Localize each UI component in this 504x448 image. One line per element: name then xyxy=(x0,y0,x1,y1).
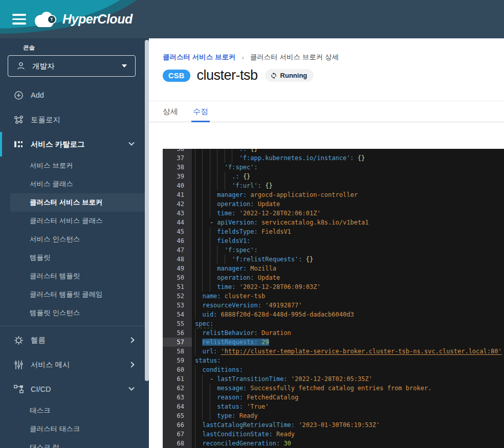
main-scrollbar-thumb[interactable] xyxy=(145,40,149,381)
sidebar-item-service-mesh[interactable]: 서비스 메시 xyxy=(0,352,149,377)
sidebar-subitem[interactable]: 클러스터 서비스 브로커 xyxy=(10,193,145,212)
sidebar-subitem[interactable]: 클러스터 태스크 xyxy=(0,420,149,438)
sidebar-subitem[interactable]: 템플릿 인스턴스 xyxy=(0,304,149,322)
code-line[interactable]: 65type: Ready xyxy=(163,411,504,420)
code-line[interactable]: 38'f:spec': xyxy=(163,163,504,172)
line-number[interactable]: 38 xyxy=(163,163,192,172)
line-number[interactable]: 41 xyxy=(163,190,192,199)
brand-logo[interactable]: T HyperCloud xyxy=(34,10,133,28)
code-line[interactable]: 39.: {} xyxy=(163,172,504,181)
sidebar-item-helm[interactable]: 헬름 xyxy=(0,328,149,352)
line-number[interactable]: 53 xyxy=(163,301,192,310)
line-number[interactable]: 48 xyxy=(163,255,192,264)
breadcrumb-parent-link[interactable]: 클러스터 서비스 브로커 xyxy=(163,53,236,62)
line-number[interactable]: 68 xyxy=(163,439,192,448)
page-title: cluster-tsb xyxy=(197,68,258,83)
line-number[interactable]: 46 xyxy=(163,236,192,245)
title-row: CSB cluster-tsb Running xyxy=(163,68,314,83)
code-line[interactable]: 43time: '2022-12-28T02:06:01Z' xyxy=(163,209,504,218)
code-line[interactable]: 56relistBehavior: Duration xyxy=(163,328,504,338)
code-line[interactable]: 46fieldsV1: xyxy=(163,236,504,245)
code-line[interactable]: 37'f:app.kubernetes.io/instance': {} xyxy=(163,153,504,163)
line-number[interactable]: 65 xyxy=(163,411,192,420)
user-icon xyxy=(16,61,26,71)
sidebar-subitem[interactable]: 클러스터 템플릿 클레임 xyxy=(0,285,149,304)
code-line[interactable]: 54uid: 6888f20d-628d-448d-995d-dadacb604… xyxy=(163,310,504,319)
hamburger-menu-icon[interactable] xyxy=(12,14,26,25)
code-line[interactable]: 61- lastTransitionTime: '2022-12-28T02:0… xyxy=(163,374,504,384)
code-line[interactable]: 64status: 'True' xyxy=(163,402,504,411)
perspective-dropdown[interactable]: 개발자 xyxy=(8,55,136,77)
line-number[interactable]: 60 xyxy=(163,365,192,374)
line-number[interactable]: 36 xyxy=(163,149,192,153)
line-number[interactable]: 59 xyxy=(163,356,192,365)
code-line[interactable]: 50operation: Update xyxy=(163,273,504,282)
line-number[interactable]: 52 xyxy=(163,292,192,301)
line-number[interactable]: 57 xyxy=(163,338,192,347)
line-number[interactable]: 63 xyxy=(163,393,192,402)
tab-edit[interactable]: 수정 xyxy=(193,101,208,122)
line-number[interactable]: 55 xyxy=(163,319,192,328)
sidebar-section-service-catalog[interactable]: 서비스 카탈로그 xyxy=(0,132,149,156)
tab-details[interactable]: 상세 xyxy=(163,101,178,122)
sidebar-subitem[interactable]: 서비스 클래스 xyxy=(0,175,149,193)
code-line[interactable]: 59status: xyxy=(163,356,504,365)
line-number[interactable]: 47 xyxy=(163,245,192,255)
code-line[interactable]: 68reconciledGeneration: 30 xyxy=(163,439,504,448)
tab-bar: 상세 수정 xyxy=(149,101,504,122)
line-number[interactable]: 40 xyxy=(163,181,192,190)
line-number[interactable]: 37 xyxy=(163,153,192,163)
line-number[interactable]: 61 xyxy=(163,374,192,384)
line-number[interactable]: 58 xyxy=(163,347,192,356)
sidebar-item-add[interactable]: Add xyxy=(0,83,149,107)
code-line[interactable]: 57relistRequests: 29 xyxy=(163,338,504,347)
code-line[interactable]: 60conditions: xyxy=(163,365,504,374)
sidebar-subitem[interactable]: 태스크 xyxy=(0,401,149,420)
code-line[interactable]: 66lastCatalogRetrievalTime: '2023-01-30T… xyxy=(163,420,504,430)
code-line[interactable]: 41manager: argocd-application-controller xyxy=(163,190,504,199)
line-number[interactable]: 45 xyxy=(163,227,192,236)
line-number[interactable]: 50 xyxy=(163,273,192,282)
sidebar-item-topology[interactable]: 토폴로지 xyxy=(0,107,149,132)
sidebar-subitem[interactable]: 서비스 인스턴스 xyxy=(0,230,149,249)
code-line[interactable]: 42operation: Update xyxy=(163,199,504,209)
line-number[interactable]: 42 xyxy=(163,199,192,209)
line-number[interactable]: 51 xyxy=(163,282,192,292)
line-number[interactable]: 62 xyxy=(163,384,192,393)
breadcrumb-separator-icon: › xyxy=(242,54,244,61)
line-number[interactable]: 49 xyxy=(163,264,192,273)
sidebar-subitem[interactable]: 태스크 런 xyxy=(0,438,149,448)
line-number[interactable]: 43 xyxy=(163,209,192,218)
line-number[interactable]: 39 xyxy=(163,172,192,181)
line-number[interactable]: 44 xyxy=(163,218,192,227)
code-line[interactable]: 40'f:url': {} xyxy=(163,181,504,190)
line-number[interactable]: 66 xyxy=(163,420,192,430)
yaml-editor[interactable]: 36.: {}37'f:app.kubernetes.io/instance':… xyxy=(163,149,504,448)
code-line[interactable]: 45fieldsType: FieldsV1 xyxy=(163,227,504,236)
main-content: 클러스터 서비스 브로커 › 클러스터 서비스 브로커 상세 CSB clust… xyxy=(149,38,504,448)
line-number[interactable]: 67 xyxy=(163,430,192,439)
sidebar-section-cicd[interactable]: CI/CD xyxy=(0,377,149,401)
code-line[interactable]: 44- apiVersion: servicecatalog.k8s.io/v1… xyxy=(163,218,504,227)
code-line[interactable]: 67lastConditionState: Ready xyxy=(163,430,504,439)
sidebar-subitem[interactable]: 클러스터 서비스 클래스 xyxy=(0,212,149,230)
sidebar-subitem[interactable]: 서비스 브로커 xyxy=(0,156,149,175)
code-line[interactable]: 53resourceVersion: '49192877' xyxy=(163,301,504,310)
code-line[interactable]: 63reason: FetchedCatalog xyxy=(163,393,504,402)
code-line[interactable]: 55spec: xyxy=(163,319,504,328)
line-number[interactable]: 64 xyxy=(163,402,192,411)
chevron-right-icon xyxy=(128,337,134,343)
sidebar-subitem[interactable]: 클러스터 템플릿 xyxy=(0,267,149,285)
sidebar-subitem[interactable]: 템플릿 xyxy=(0,249,149,267)
code-line[interactable]: 49manager: Mozilla xyxy=(163,264,504,273)
code-line[interactable]: 51time: '2022-12-28T06:09:03Z' xyxy=(163,282,504,292)
code-line[interactable]: 48'f:relistRequests': {} xyxy=(163,255,504,264)
code-line[interactable]: 58url: 'http://cluster-template-service-… xyxy=(163,347,504,356)
code-line[interactable]: 52name: cluster-tsb xyxy=(163,292,504,301)
code-line[interactable]: 62message: Successfully fetched catalog … xyxy=(163,384,504,393)
line-number[interactable]: 54 xyxy=(163,310,192,319)
line-number[interactable]: 56 xyxy=(163,328,192,338)
sidebar-item-label: CI/CD xyxy=(31,385,51,393)
code-line[interactable]: 47'f:spec': xyxy=(163,245,504,255)
code-line[interactable]: 36.: {} xyxy=(163,149,504,153)
